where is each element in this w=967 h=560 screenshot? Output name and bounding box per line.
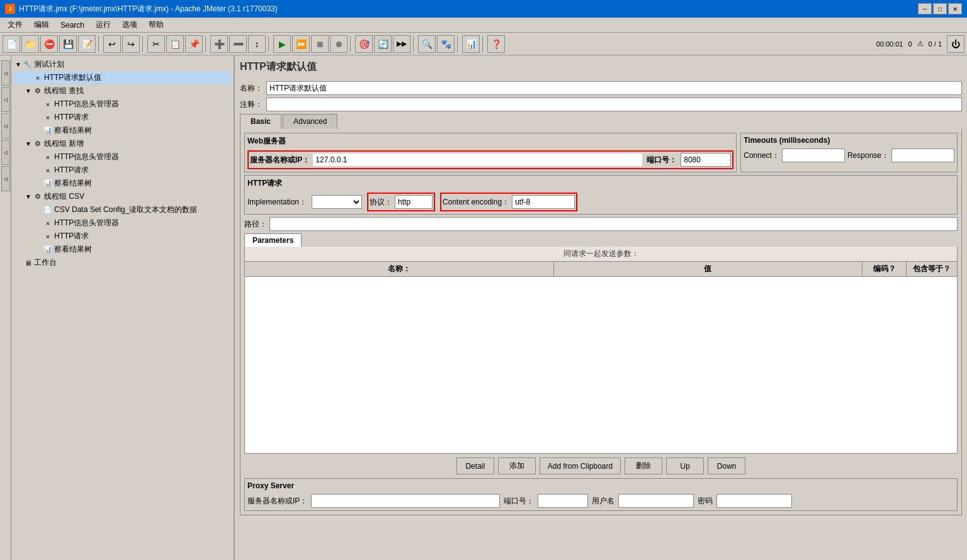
detail-button[interactable]: Detail (456, 457, 494, 474)
maximize-button[interactable]: □ (933, 3, 947, 14)
minimize-button[interactable]: ─ (918, 3, 932, 14)
tree-item[interactable]: 📊察看结果树 (14, 177, 231, 190)
comment-input[interactable] (266, 98, 962, 111)
menu-options[interactable]: 选项 (117, 18, 142, 31)
tree-expand-icon (34, 166, 43, 175)
shutdown-button[interactable]: ⏺ (330, 35, 348, 53)
connect-input[interactable] (782, 148, 845, 162)
menu-help[interactable]: 帮助 (144, 18, 169, 31)
impl-label: Implementation： (247, 197, 307, 208)
tree-item[interactable]: ×HTTP信息头管理器 (14, 150, 231, 164)
protocol-input[interactable] (395, 195, 433, 209)
proxy-port-label: 端口号： (504, 496, 534, 507)
tree-item[interactable]: ×HTTP信息头管理器 (14, 98, 231, 111)
separator6 (413, 36, 416, 52)
separator4 (268, 36, 271, 52)
nav-btn-1[interactable]: ◁ (1, 60, 10, 86)
impl-select[interactable] (312, 195, 362, 209)
app-icon: J (5, 4, 15, 14)
tree-item[interactable]: ▼⚙线程组 查找 (14, 84, 231, 98)
test-button[interactable]: 🐾 (437, 35, 455, 53)
encoding-input[interactable] (512, 195, 575, 209)
start-button[interactable]: ▶ (273, 35, 291, 53)
tree-item[interactable]: 📊察看结果树 (14, 243, 231, 256)
copy-button[interactable]: 📋 (166, 35, 184, 53)
tree-item[interactable]: ×HTTP请求 (14, 111, 231, 124)
proxy-username-input[interactable] (618, 494, 694, 508)
help2-button[interactable]: ❓ (487, 35, 505, 53)
results-button[interactable]: 📊 (462, 35, 480, 53)
top-section-row: Web服务器 服务器名称或IP： 端口号： Timeouts (millisec… (244, 133, 958, 172)
tree-item[interactable]: ×HTTP请求默认值 (14, 71, 231, 84)
tree-item-label: HTTP信息头管理器 (54, 99, 119, 109)
start-no-pause-button[interactable]: ⏩ (292, 35, 310, 53)
clear-all-button[interactable]: 🔄 (374, 35, 392, 53)
proxy-port-input[interactable] (538, 494, 588, 508)
new-button[interactable]: 📄 (3, 35, 20, 53)
close-btn2[interactable]: ⛔ (40, 35, 58, 53)
http-request-row: Implementation： 协议： Content encoding： (247, 193, 954, 211)
port-input[interactable] (681, 153, 731, 167)
expand-button[interactable]: ➕ (210, 35, 228, 53)
tree-item-label: 测试计划 (34, 59, 64, 70)
add-from-clipboard-button[interactable]: Add from Clipboard (540, 457, 621, 474)
path-input[interactable] (269, 217, 958, 231)
params-tab[interactable]: Parameters (244, 233, 302, 247)
cut-button[interactable]: ✂ (147, 35, 165, 53)
paste-button[interactable]: 📌 (185, 35, 203, 53)
undo-button[interactable]: ↩ (103, 35, 121, 53)
tree-item[interactable]: ×HTTP信息头管理器 (14, 216, 231, 230)
save-as-button[interactable]: 📝 (78, 35, 96, 53)
open-button[interactable]: 📁 (21, 35, 39, 53)
tree-item-icon: 📊 (43, 126, 53, 136)
menu-file[interactable]: 文件 (3, 18, 28, 31)
down-button[interactable]: Down (708, 457, 745, 474)
save-button[interactable]: 💾 (59, 35, 77, 53)
proxy-section: Proxy Server 服务器名称或IP： 端口号： 用户名 密码 (244, 478, 958, 511)
browse-button[interactable]: ▶▶ (393, 35, 410, 53)
stop-button[interactable]: ⏹ (311, 35, 329, 53)
close-button[interactable]: ✕ (948, 3, 962, 14)
tab-advanced[interactable]: Advanced (283, 114, 337, 129)
tree-item-icon: × (33, 73, 43, 83)
left-nav-buttons: ◁ ◁ ◁ ◁ ◁ (0, 55, 11, 560)
power-button[interactable]: ⏻ (947, 35, 964, 53)
proxy-password-input[interactable] (716, 494, 792, 508)
timeouts-section: Timeouts (milliseconds) Connect： Respons… (740, 133, 958, 172)
server-input[interactable] (312, 153, 643, 167)
tree-item[interactable]: ×HTTP请求 (14, 164, 231, 177)
menu-edit[interactable]: 编辑 (29, 18, 54, 31)
http-request-section: HTTP请求 Implementation： 协议： Content encod… (244, 175, 958, 215)
nav-btn-5[interactable]: ◁ (1, 166, 10, 191)
tree-item[interactable]: 📊察看结果树 (14, 124, 231, 137)
menu-search[interactable]: Search (55, 20, 89, 31)
tree-item[interactable]: ×HTTP请求 (14, 230, 231, 243)
tree-item[interactable]: 🖥工作台 (14, 256, 231, 269)
nav-btn-4[interactable]: ◁ (1, 140, 10, 165)
tree-item-icon: × (43, 113, 53, 123)
redo-button[interactable]: ↪ (122, 35, 140, 53)
tree-item-icon: 📊 (43, 179, 53, 189)
tree-item[interactable]: ▼🔧测试计划 (14, 58, 231, 71)
collapse-button[interactable]: ➖ (229, 35, 247, 53)
up-button[interactable]: Up (666, 457, 704, 474)
delete-button[interactable]: 删除 (625, 457, 662, 474)
tree-item[interactable]: ▼⚙线程组 新增 (14, 137, 231, 150)
nav-btn-3[interactable]: ◁ (1, 113, 10, 138)
separator2 (142, 36, 145, 52)
search2-button[interactable]: 🔍 (418, 35, 436, 53)
proxy-server-input[interactable] (311, 494, 500, 508)
toggle-button[interactable]: ↕ (248, 35, 266, 53)
proxy-password-label: 密码 (698, 496, 713, 507)
add-button[interactable]: 添加 (498, 457, 536, 474)
name-input[interactable] (266, 81, 962, 95)
menu-run[interactable]: 运行 (91, 18, 116, 31)
tree-item[interactable]: ▼⚙线程组 CSV (14, 190, 231, 203)
tree-item[interactable]: 📄CSV Data Set Config_读取文本文档的数据 (14, 203, 231, 216)
nav-btn-2[interactable]: ◁ (1, 87, 10, 112)
title-bar-controls[interactable]: ─ □ ✕ (918, 3, 962, 14)
tab-basic[interactable]: Basic (240, 114, 281, 129)
response-input[interactable] (891, 148, 954, 162)
tabs-container: Basic Advanced (240, 114, 962, 129)
clear-button[interactable]: 🎯 (355, 35, 373, 53)
